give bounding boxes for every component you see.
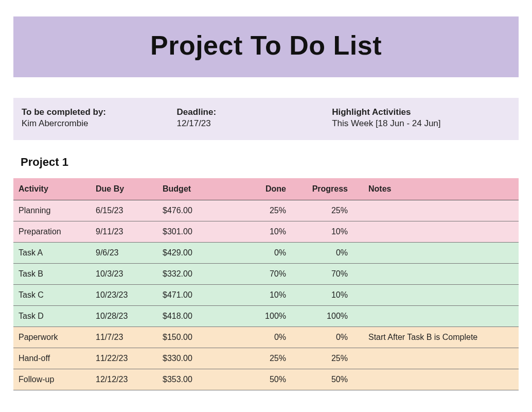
cell-progress: 100% [302,306,363,327]
activity-table: Activity Due By Budget Done Progress Not… [13,178,519,390]
col-progress: Progress [302,178,363,200]
col-budget: Budget [157,178,245,200]
cell-progress: 25% [302,200,363,221]
cell-due: 9/6/23 [91,243,157,264]
table-row: Planning6/15/23$476.0025%25% [13,200,519,221]
cell-done: 0% [245,243,302,264]
cell-activity: Task D [13,306,91,327]
info-highlight-value: This Week [18 Jun - 24 Jun] [332,118,510,129]
table-row: Task D10/28/23$418.00100%100% [13,306,519,327]
cell-activity: Preparation [13,221,91,243]
table-row: Task C10/23/23$471.0010%10% [13,285,519,306]
cell-progress: 0% [302,243,363,264]
cell-budget: $150.00 [157,327,245,348]
info-highlight: Highlight Activities This Week [18 Jun -… [332,107,510,129]
cell-budget: $330.00 [157,348,245,369]
cell-done: 0% [245,327,302,348]
cell-progress: 50% [302,369,363,390]
col-done: Done [245,178,302,200]
cell-notes [363,306,519,327]
cell-done: 70% [245,264,302,285]
cell-budget: $301.00 [157,221,245,243]
cell-budget: $471.00 [157,285,245,306]
cell-done: 10% [245,221,302,243]
cell-budget: $476.00 [157,200,245,221]
cell-notes [363,243,519,264]
table-row: Task A9/6/23$429.000%0% [13,243,519,264]
cell-activity: Hand-off [13,348,91,369]
table-row: Preparation9/11/23$301.0010%10% [13,221,519,243]
info-deadline: Deadline: 12/17/23 [177,107,332,129]
cell-notes [363,221,519,243]
cell-notes [363,369,519,390]
cell-due: 10/28/23 [91,306,157,327]
cell-notes: Start After Task B is Complete [363,327,519,348]
cell-notes [363,285,519,306]
cell-progress: 10% [302,285,363,306]
cell-activity: Follow-up [13,369,91,390]
col-notes: Notes [363,178,519,200]
info-completed: To be completed by: Kim Abercrombie [22,107,177,129]
cell-notes [363,348,519,369]
table-row: Task B10/3/23$332.0070%70% [13,264,519,285]
info-deadline-label: Deadline: [177,107,332,117]
cell-due: 11/7/23 [91,327,157,348]
cell-activity: Task B [13,264,91,285]
project-heading: Project 1 [21,156,519,169]
cell-progress: 0% [302,327,363,348]
table-header-row: Activity Due By Budget Done Progress Not… [13,178,519,200]
cell-due: 11/22/23 [91,348,157,369]
cell-activity: Task C [13,285,91,306]
cell-activity: Task A [13,243,91,264]
cell-due: 6/15/23 [91,200,157,221]
col-activity: Activity [13,178,91,200]
cell-budget: $332.00 [157,264,245,285]
cell-done: 100% [245,306,302,327]
cell-budget: $418.00 [157,306,245,327]
cell-activity: Planning [13,200,91,221]
cell-done: 50% [245,369,302,390]
cell-due: 12/12/23 [91,369,157,390]
cell-notes [363,200,519,221]
cell-done: 10% [245,285,302,306]
title-bar: Project To Do List [13,16,519,77]
info-highlight-label: Highlight Activities [332,107,510,117]
table-row: Follow-up12/12/23$353.0050%50% [13,369,519,390]
cell-due: 10/3/23 [91,264,157,285]
info-deadline-value: 12/17/23 [177,118,332,129]
info-completed-value: Kim Abercrombie [22,118,177,129]
cell-due: 9/11/23 [91,221,157,243]
cell-due: 10/23/23 [91,285,157,306]
cell-progress: 70% [302,264,363,285]
cell-done: 25% [245,348,302,369]
cell-progress: 25% [302,348,363,369]
cell-done: 25% [245,200,302,221]
cell-budget: $353.00 [157,369,245,390]
table-row: Paperwork11/7/23$150.000%0%Start After T… [13,327,519,348]
cell-activity: Paperwork [13,327,91,348]
table-row: Hand-off11/22/23$330.0025%25% [13,348,519,369]
info-bar: To be completed by: Kim Abercrombie Dead… [13,98,519,140]
page-title: Project To Do List [13,30,519,61]
cell-progress: 10% [302,221,363,243]
cell-budget: $429.00 [157,243,245,264]
info-completed-label: To be completed by: [22,107,177,117]
cell-notes [363,264,519,285]
col-due: Due By [91,178,157,200]
